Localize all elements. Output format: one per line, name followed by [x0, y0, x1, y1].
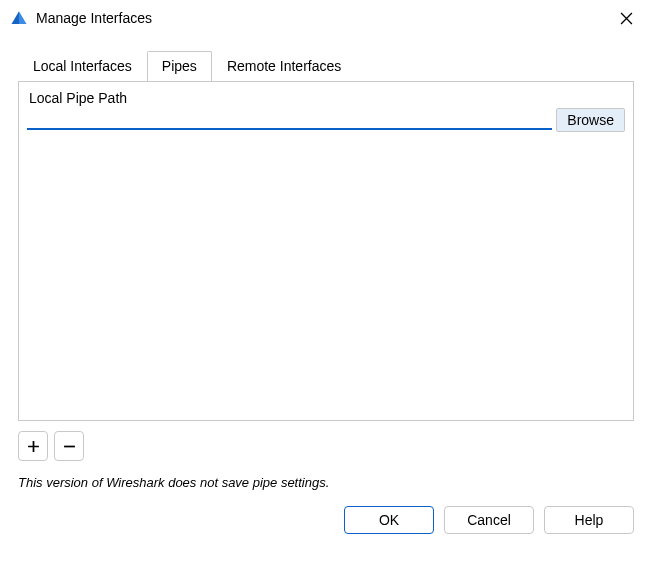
dialog-content: Local Interfaces Pipes Remote Interfaces… [0, 50, 652, 548]
help-button[interactable]: Help [544, 506, 634, 534]
add-pipe-button[interactable] [18, 431, 48, 461]
wireshark-icon [10, 9, 28, 27]
ok-button[interactable]: OK [344, 506, 434, 534]
pipe-path-input[interactable] [27, 108, 552, 130]
pipes-tab-panel: Local Pipe Path Browse [18, 81, 634, 421]
tab-local-interfaces[interactable]: Local Interfaces [18, 51, 147, 82]
minus-icon [63, 440, 76, 453]
plus-icon [27, 440, 40, 453]
browse-button[interactable]: Browse [556, 108, 625, 132]
dialog-button-row: OK Cancel Help [18, 506, 634, 534]
remove-pipe-button[interactable] [54, 431, 84, 461]
local-pipe-path-label: Local Pipe Path [27, 90, 625, 106]
pipe-settings-note: This version of Wireshark does not save … [18, 475, 634, 490]
close-icon [620, 12, 633, 25]
close-button[interactable] [606, 0, 646, 36]
tab-remote-interfaces[interactable]: Remote Interfaces [212, 51, 356, 82]
tab-pipes[interactable]: Pipes [147, 51, 212, 82]
tab-bar: Local Interfaces Pipes Remote Interfaces [18, 50, 634, 81]
title-bar: Manage Interfaces [0, 0, 652, 36]
window-title: Manage Interfaces [36, 10, 606, 26]
pipe-path-row: Browse [27, 108, 625, 132]
cancel-button[interactable]: Cancel [444, 506, 534, 534]
pipe-toolbar [18, 431, 634, 461]
